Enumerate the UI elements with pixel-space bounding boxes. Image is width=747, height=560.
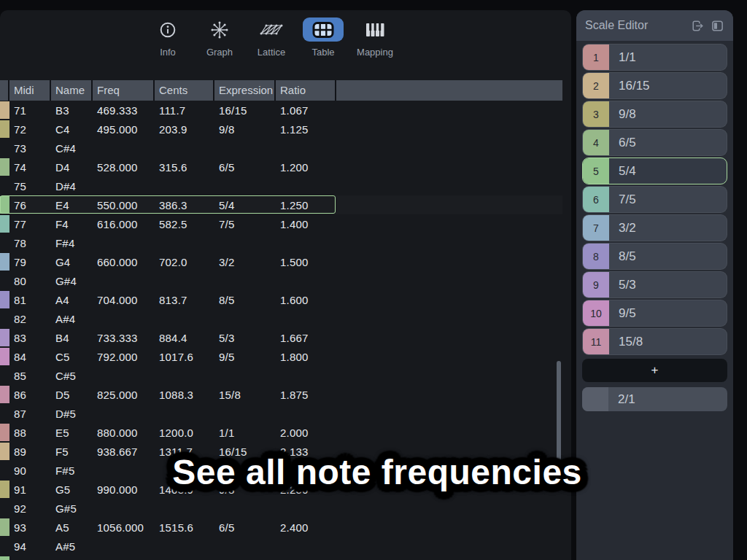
- degree-color-strip: [0, 518, 9, 536]
- table-row[interactable]: 73C#4: [0, 139, 562, 158]
- table-row[interactable]: 84C5792.0001017.69/51.800: [0, 347, 562, 366]
- degree-color-strip: [0, 367, 9, 384]
- mapping-piano-icon: [355, 18, 395, 42]
- degree-color-strip: [0, 556, 9, 560]
- cell-ratio: 2.400: [276, 521, 336, 534]
- header-expression: Expression: [214, 80, 276, 101]
- scale-degree-item[interactable]: 73/2: [582, 214, 727, 241]
- table-row[interactable]: 72C4495.000203.99/81.125: [0, 120, 562, 139]
- octave-item[interactable]: 2/1: [582, 387, 727, 411]
- degree-ratio-label: 3/2: [609, 221, 636, 236]
- table-row[interactable]: 79G4660.000702.03/21.500: [0, 252, 562, 271]
- cell-midi: 76: [9, 199, 51, 211]
- cell-freq: 616.000: [93, 218, 155, 230]
- cell-cents: 1017.6: [155, 351, 214, 363]
- cell-expression: 9/8: [214, 123, 276, 136]
- degree-color-strip: [0, 443, 9, 460]
- degree-color-strip: [0, 291, 9, 308]
- panel-toggle-icon[interactable]: [711, 19, 724, 33]
- cell-ratio: 1.125: [276, 123, 336, 136]
- tab-info[interactable]: Info: [144, 18, 192, 58]
- table-row[interactable]: 92G#5: [0, 499, 562, 518]
- table-row[interactable]: 71B3469.333111.716/151.067: [0, 101, 562, 120]
- tab-table-label: Table: [311, 47, 334, 58]
- header-cents: Cents: [155, 80, 214, 101]
- degree-ratio-label: 5/4: [609, 164, 636, 179]
- cell-name: F#4: [51, 237, 93, 249]
- cell-ratio: 1.600: [276, 294, 336, 306]
- cell-expression: 1/1: [214, 427, 276, 439]
- table-row[interactable]: 74D4528.000315.66/51.200: [0, 158, 562, 176]
- table-row[interactable]: 77F4616.000582.57/51.400: [0, 214, 562, 233]
- cell-name: F4: [51, 218, 93, 230]
- table-row[interactable]: [0, 556, 562, 560]
- degree-number-chip: 8: [583, 244, 609, 269]
- cell-midi: 83: [9, 332, 51, 344]
- tab-lattice[interactable]: Lattice: [247, 18, 295, 58]
- tab-table[interactable]: Table: [299, 18, 347, 58]
- scale-degree-item[interactable]: 46/5: [582, 129, 727, 156]
- table-row[interactable]: 86D5825.0001088.315/81.875: [0, 385, 562, 404]
- table-row[interactable]: 85C#5: [0, 366, 562, 385]
- table-row[interactable]: 82A#4: [0, 309, 562, 328]
- cell-name: A4: [51, 294, 93, 306]
- table-row[interactable]: 81A4704.000813.78/51.600: [0, 290, 562, 309]
- table-row[interactable]: 93A51056.0001515.66/52.400: [0, 518, 562, 537]
- cell-midi: 89: [9, 446, 51, 458]
- export-icon[interactable]: [691, 19, 705, 33]
- cell-freq: 704.000: [93, 294, 155, 306]
- add-degree-button[interactable]: +: [582, 359, 727, 382]
- cell-cents: 111.7: [155, 104, 214, 117]
- scale-degree-item[interactable]: 11/1: [582, 44, 727, 71]
- cell-midi: 87: [9, 408, 51, 420]
- cell-midi: 91: [9, 483, 51, 496]
- cell-name: G#4: [51, 275, 93, 287]
- cell-expression: 3/2: [214, 256, 276, 268]
- tab-mapping[interactable]: Mapping: [351, 18, 399, 58]
- table-row[interactable]: 76E4550.000386.35/41.250: [0, 195, 562, 214]
- cell-midi: 79: [9, 256, 51, 268]
- degree-ratio-label: 8/5: [609, 249, 636, 264]
- degree-number-chip: 6: [583, 187, 609, 212]
- scale-degree-item[interactable]: 216/15: [582, 72, 727, 99]
- cell-midi: 75: [9, 180, 51, 192]
- degree-color-strip: [0, 310, 9, 327]
- cell-expression: 5/3: [214, 332, 276, 344]
- cell-freq: 1056.000: [93, 521, 155, 534]
- degree-ratio-label: 9/8: [609, 107, 636, 122]
- scale-editor-title: Scale Editor: [585, 19, 685, 32]
- cell-ratio: 1.667: [276, 332, 336, 344]
- table-row[interactable]: 83B4733.333884.45/31.667: [0, 328, 562, 347]
- cell-expression: 6/5: [214, 161, 276, 174]
- scale-degree-item[interactable]: 55/4: [582, 158, 727, 184]
- cell-freq: 528.000: [93, 161, 155, 174]
- cell-freq: 469.333: [93, 104, 155, 117]
- cell-name: G4: [51, 256, 93, 268]
- table-row[interactable]: 88E5880.0001200.01/12.000: [0, 423, 562, 442]
- info-icon: [147, 18, 188, 42]
- degree-color-strip: [0, 481, 9, 498]
- scale-degree-item[interactable]: 67/5: [582, 186, 727, 213]
- table-row[interactable]: 75D#4: [0, 176, 562, 195]
- tuning-app-window: Info: [0, 0, 747, 560]
- table-row[interactable]: 78F#4: [0, 233, 562, 252]
- table-row[interactable]: 87D#5: [0, 404, 562, 423]
- tab-info-label: Info: [160, 47, 176, 58]
- degree-color-strip: [0, 537, 9, 555]
- cell-midi: 71: [9, 104, 51, 117]
- degree-color-strip: [0, 196, 9, 214]
- table-row[interactable]: 94A#5: [0, 537, 562, 556]
- tab-graph[interactable]: Graph: [196, 18, 244, 58]
- cell-midi: 92: [9, 502, 51, 515]
- cell-midi: 77: [9, 218, 51, 230]
- scale-degree-item[interactable]: 1115/8: [582, 328, 727, 355]
- scale-degree-item[interactable]: 39/8: [582, 101, 727, 128]
- cell-name: D#5: [51, 408, 93, 420]
- cell-freq: 495.000: [93, 123, 155, 136]
- cell-cents: 315.6: [155, 161, 214, 174]
- scale-degree-item[interactable]: 95/3: [582, 271, 727, 298]
- scale-degree-item[interactable]: 88/5: [582, 243, 727, 270]
- scale-degree-item[interactable]: 109/5: [582, 300, 727, 327]
- tab-lattice-label: Lattice: [258, 47, 285, 58]
- table-row[interactable]: 80G#4: [0, 271, 562, 290]
